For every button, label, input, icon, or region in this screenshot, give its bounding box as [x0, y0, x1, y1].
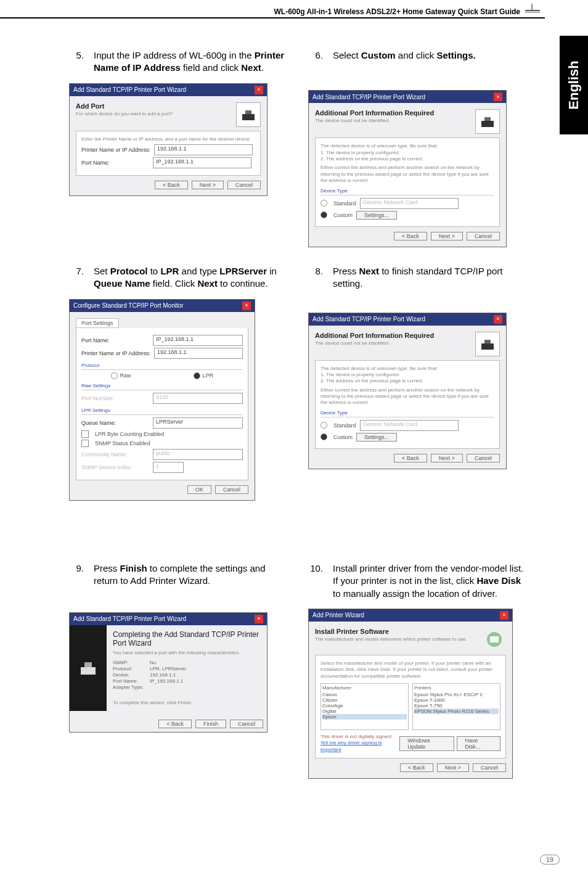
custom-radio[interactable]	[321, 433, 327, 440]
step-6: 6. Select Custom and click Settings.	[308, 49, 530, 62]
header-gateway-icon	[525, 4, 540, 15]
screenshot-step8: Add Standard TCP/IP Printer Port Wizard×…	[308, 313, 507, 469]
next-button[interactable]: Next >	[431, 454, 463, 462]
screenshot-step9: Add Standard TCP/IP Printer Port Wizard×…	[69, 612, 267, 733]
svg-rect-8	[481, 343, 494, 350]
lpr-radio[interactable]	[194, 372, 200, 379]
svg-rect-10	[81, 667, 96, 675]
svg-rect-0	[525, 10, 540, 11]
next-button[interactable]: Next >	[192, 181, 224, 189]
wizard-sidebar-image	[70, 625, 107, 712]
windows-update-button[interactable]: Windows Update	[399, 736, 454, 751]
step-8: 8. Press Next to finish standard TCP/IP …	[308, 265, 530, 290]
port-name-input[interactable]: IP_192.168.1.1	[153, 157, 251, 168]
signing-info-link[interactable]: Tell me why driver signing is important	[321, 740, 399, 753]
queue-name-input[interactable]: LPRServer	[153, 417, 243, 429]
back-button[interactable]: < Back	[400, 763, 433, 772]
close-icon[interactable]: ×	[242, 302, 251, 310]
close-icon[interactable]: ×	[255, 86, 263, 94]
back-button[interactable]: < Back	[394, 454, 427, 462]
next-button[interactable]: Next >	[431, 232, 463, 240]
standard-radio[interactable]	[321, 422, 327, 429]
screenshot-step7: Configure Standard TCP/IP Port Monitor× …	[69, 299, 255, 501]
back-button[interactable]: < Back	[394, 232, 427, 240]
snmp-checkbox[interactable]	[81, 440, 89, 447]
back-button[interactable]: < Back	[155, 181, 188, 189]
step-9: 9. Press Finish to complete the settings…	[69, 562, 291, 588]
ok-button[interactable]: OK	[187, 485, 211, 494]
finish-button[interactable]: Finish	[195, 720, 226, 728]
svg-rect-4	[242, 114, 255, 120]
close-icon[interactable]: ×	[500, 611, 508, 620]
screenshot-step5: Add Standard TCP/IP Printer Port Wizard×…	[69, 83, 267, 196]
close-icon[interactable]: ×	[494, 92, 502, 101]
cancel-button[interactable]: Cancel	[467, 232, 500, 240]
screenshot-step6: Add Standard TCP/IP Printer Port Wizard×…	[308, 90, 507, 247]
printer-ip-input[interactable]: 192.168.1.1	[154, 144, 253, 155]
cancel-button[interactable]: Cancel	[227, 181, 261, 189]
screenshot-step10: Add Printer Wizard× Install Printer Soft…	[308, 609, 513, 779]
step-7: 7. Set Protocol to LPR and type LPRServe…	[69, 265, 291, 290]
svg-rect-7	[484, 117, 491, 121]
svg-rect-11	[84, 662, 92, 667]
close-icon[interactable]: ×	[255, 615, 263, 623]
printer-port-icon	[475, 109, 500, 134]
custom-radio[interactable]	[321, 212, 327, 218]
have-disk-button[interactable]: Have Disk...	[457, 736, 500, 751]
svg-rect-9	[484, 340, 491, 343]
back-button[interactable]: < Back	[158, 720, 192, 728]
port-name-input[interactable]: IP_192.168.1.1	[153, 335, 243, 346]
svg-rect-13	[490, 636, 499, 643]
manufacturer-list[interactable]: Manufacturer CanonCitizenColorAgeDigital…	[321, 683, 409, 730]
printer-icon	[483, 628, 506, 651]
tab-port-settings[interactable]: Port Settings	[76, 318, 119, 328]
cancel-button[interactable]: Cancel	[230, 720, 263, 728]
svg-rect-2	[531, 4, 533, 10]
svg-rect-6	[481, 121, 494, 127]
close-icon[interactable]: ×	[494, 315, 502, 324]
doc-header-title: WL-600g All-in-1 Wireless ADSL2/2+ Home …	[274, 7, 520, 16]
next-button[interactable]: Next >	[437, 763, 469, 772]
settings-button[interactable]: Settings...	[356, 433, 397, 442]
svg-rect-5	[245, 110, 251, 114]
printer-port-icon	[236, 102, 261, 127]
standard-radio[interactable]	[321, 200, 327, 207]
printer-port-icon	[475, 332, 500, 356]
raw-radio[interactable]	[111, 372, 118, 379]
step-5: 5. Input the IP address of WL-600g in th…	[69, 49, 291, 75]
printers-list[interactable]: Printers Epson Stylus Pro XL+ ESC/P 2Eps…	[412, 683, 500, 730]
lpr-bytecount-checkbox[interactable]	[81, 430, 89, 438]
cancel-button[interactable]: Cancel	[215, 485, 248, 494]
step-10: 10. Install printer driver from the vend…	[308, 562, 530, 600]
svg-rect-1	[525, 12, 540, 13]
cancel-button[interactable]: Cancel	[473, 763, 506, 772]
settings-button[interactable]: Settings...	[356, 211, 397, 220]
language-tab: English	[560, 36, 588, 134]
cancel-button[interactable]: Cancel	[467, 454, 500, 462]
page-number: 19	[540, 855, 560, 865]
printer-address-input[interactable]: 192.168.1.1	[154, 348, 243, 359]
